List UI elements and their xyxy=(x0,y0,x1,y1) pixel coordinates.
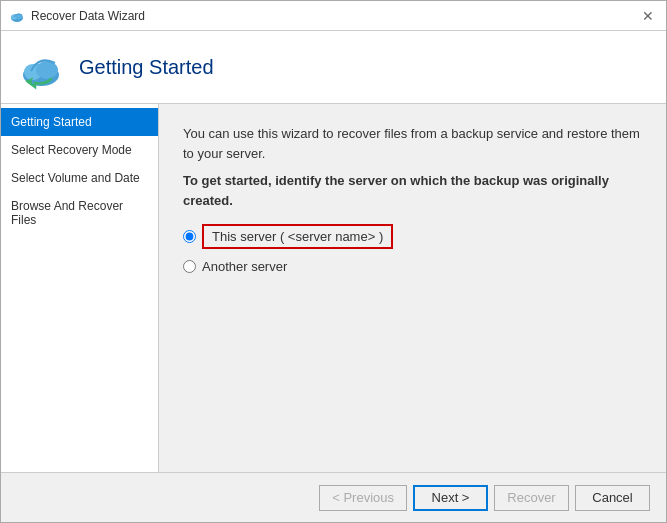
this-server-label: This server ( <server name> ) xyxy=(202,224,393,249)
sidebar: Getting Started Select Recovery Mode Sel… xyxy=(1,104,159,472)
cancel-button[interactable]: Cancel xyxy=(575,485,650,511)
another-server-radio[interactable] xyxy=(183,260,196,273)
intro-line1: You can use this wizard to recover files… xyxy=(183,124,642,163)
content-area: You can use this wizard to recover files… xyxy=(159,104,666,472)
wizard-footer: < Previous Next > Recover Cancel xyxy=(1,472,666,522)
sidebar-item-recovery-mode[interactable]: Select Recovery Mode xyxy=(1,136,158,164)
wizard-window: Recover Data Wizard ✕ Getting Started Ge… xyxy=(0,0,667,523)
wizard-body: Getting Started Select Recovery Mode Sel… xyxy=(1,104,666,472)
sidebar-item-getting-started[interactable]: Getting Started xyxy=(1,108,158,136)
intro-line2: To get started, identify the server on w… xyxy=(183,171,642,210)
sidebar-item-browse-recover[interactable]: Browse And Recover Files xyxy=(1,192,158,234)
this-server-option[interactable]: This server ( <server name> ) xyxy=(183,224,642,249)
svg-point-5 xyxy=(36,61,58,79)
this-server-radio[interactable] xyxy=(183,230,196,243)
window-title: Recover Data Wizard xyxy=(31,9,145,23)
another-server-option[interactable]: Another server xyxy=(183,259,642,274)
sidebar-item-volume-date[interactable]: Select Volume and Date xyxy=(1,164,158,192)
server-selection-group: This server ( <server name> ) Another se… xyxy=(183,224,642,274)
header-icon xyxy=(17,43,65,91)
close-button[interactable]: ✕ xyxy=(638,6,658,26)
next-button[interactable]: Next > xyxy=(413,485,488,511)
another-server-label: Another server xyxy=(202,259,287,274)
previous-button[interactable]: < Previous xyxy=(319,485,407,511)
recover-button[interactable]: Recover xyxy=(494,485,569,511)
wizard-header: Getting Started xyxy=(1,31,666,104)
title-bar-left: Recover Data Wizard xyxy=(9,8,145,24)
title-bar: Recover Data Wizard ✕ xyxy=(1,1,666,31)
app-icon xyxy=(9,8,25,24)
wizard-title: Getting Started xyxy=(79,56,214,79)
